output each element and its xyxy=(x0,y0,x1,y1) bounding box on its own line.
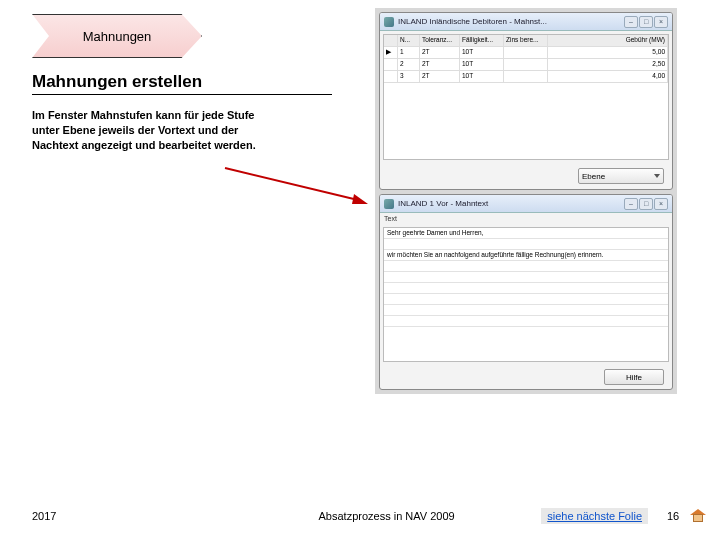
text-line[interactable]: wir möchten Sie an nachfolgend aufgeführ… xyxy=(384,250,668,261)
minimize-button[interactable]: – xyxy=(624,198,638,210)
close-button[interactable]: × xyxy=(654,16,668,28)
table-row[interactable]: 3 2T 10T 4,00 xyxy=(384,71,668,83)
pointer-arrow xyxy=(220,160,370,210)
text-line[interactable] xyxy=(384,239,668,250)
text-line[interactable] xyxy=(384,283,668,294)
text-line[interactable] xyxy=(384,294,668,305)
text-line[interactable] xyxy=(384,305,668,316)
grid: N... Toleranz... Fälligkeit... Zins bere… xyxy=(383,34,669,160)
text-grid[interactable]: Sehr geehrte Damen und Herren, wir möcht… xyxy=(383,227,669,362)
titlebar: INLAND 1 Vor - Mahntext – □ × xyxy=(380,195,672,213)
hilfe-button[interactable]: Hilfe xyxy=(604,369,664,385)
close-button[interactable]: × xyxy=(654,198,668,210)
maximize-button[interactable]: □ xyxy=(639,16,653,28)
page-number: 16 xyxy=(656,510,690,522)
col-toleranz[interactable]: Toleranz... xyxy=(420,35,460,46)
table-row[interactable]: 2 2T 10T 2,50 xyxy=(384,59,668,71)
window-footer: Ebene xyxy=(380,163,672,189)
home-icon[interactable] xyxy=(690,509,706,523)
app-icon xyxy=(384,17,394,27)
text-line[interactable] xyxy=(384,272,668,283)
svg-line-0 xyxy=(225,168,358,200)
col-nr[interactable]: N... xyxy=(398,35,420,46)
page-title: Mahnungen erstellen xyxy=(32,72,332,95)
chevron-down-icon xyxy=(654,174,660,178)
chevron-label: Mahnungen xyxy=(83,29,152,44)
slide-footer: 2017 Absatzprozess in NAV 2009 siehe näc… xyxy=(0,508,720,524)
titlebar: INLAND Inländische Debitoren - Mahnst...… xyxy=(380,13,672,31)
chevron-tab: Mahnungen xyxy=(32,14,202,58)
field-label-text: Text xyxy=(380,213,672,224)
grid-header: N... Toleranz... Fälligkeit... Zins bere… xyxy=(384,35,668,47)
col-faelligkeit[interactable]: Fälligkeit... xyxy=(460,35,504,46)
footer-year: 2017 xyxy=(32,510,232,522)
window-mahnstufen: INLAND Inländische Debitoren - Mahnst...… xyxy=(379,12,673,190)
text-line[interactable] xyxy=(384,316,668,327)
window-footer: Hilfe xyxy=(380,365,672,389)
window-title: INLAND 1 Vor - Mahntext xyxy=(398,199,620,208)
maximize-button[interactable]: □ xyxy=(639,198,653,210)
app-icon xyxy=(384,199,394,209)
ebene-label: Ebene xyxy=(582,172,605,181)
next-slide-label: siehe nächste Folie xyxy=(547,510,642,522)
ebene-dropdown[interactable]: Ebene xyxy=(578,168,664,184)
svg-marker-1 xyxy=(352,194,368,204)
window-title: INLAND Inländische Debitoren - Mahnst... xyxy=(398,17,620,26)
window-mahntext: INLAND 1 Vor - Mahntext – □ × Text Sehr … xyxy=(379,194,673,390)
table-row[interactable]: ▶ 1 2T 10T 5,00 xyxy=(384,47,668,59)
col-zins[interactable]: Zins bere... xyxy=(504,35,548,46)
col-gebuehr[interactable]: Gebühr (MW) xyxy=(548,35,668,46)
body-paragraph: Im Fenster Mahnstufen kann für jede Stuf… xyxy=(32,108,262,153)
col-marker xyxy=(384,35,398,46)
footer-title: Absatzprozess in NAV 2009 xyxy=(232,510,541,522)
next-slide-link[interactable]: siehe nächste Folie xyxy=(541,508,648,524)
text-line[interactable] xyxy=(384,261,668,272)
minimize-button[interactable]: – xyxy=(624,16,638,28)
screenshot-panel: INLAND Inländische Debitoren - Mahnst...… xyxy=(375,8,677,394)
grid-empty xyxy=(384,83,668,159)
text-line[interactable]: Sehr geehrte Damen und Herren, xyxy=(384,228,668,239)
